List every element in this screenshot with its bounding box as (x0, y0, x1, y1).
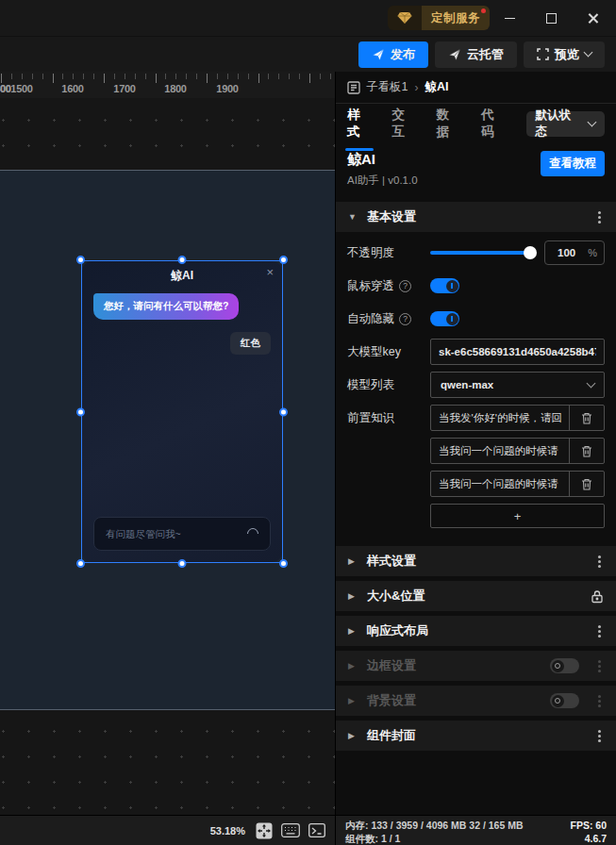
minimize-button[interactable] (501, 9, 518, 26)
selected-widget-frame[interactable]: 鲸AI × 您好，请问有什么可以帮您? 红色 (81, 260, 283, 563)
breadcrumb-current: 鲸AI (425, 79, 448, 95)
tab-code[interactable]: 代码 (481, 96, 506, 151)
triangle-expanded-icon: ▼ (348, 212, 358, 222)
toggle-knob (552, 695, 564, 707)
section-size-position[interactable]: ▶ 大小&位置 (336, 581, 616, 611)
background-toggle[interactable] (550, 693, 579, 708)
close-button[interactable] (584, 9, 601, 26)
triangle-collapsed-icon: ▶ (348, 626, 358, 636)
toggle-knob (446, 280, 458, 292)
border-toggle[interactable] (550, 658, 579, 673)
resize-handle-e[interactable] (279, 407, 288, 416)
knowledge-input[interactable] (431, 406, 569, 430)
knowledge-label: 前置知识 (347, 405, 430, 431)
llm-key-field (430, 339, 605, 365)
opacity-value[interactable]: 100 (545, 247, 588, 258)
opacity-label: 不透明度 (347, 245, 430, 261)
trash-icon[interactable] (569, 472, 604, 496)
paper-plane-icon (448, 48, 461, 61)
kebab-menu-icon[interactable] (598, 560, 601, 563)
version-label: 4.6.7 (585, 833, 607, 845)
resize-handle-s[interactable] (178, 559, 187, 568)
section-title: 边框设置 (367, 657, 541, 674)
auto-hide-row: 自动隐藏 ? (347, 306, 605, 332)
tab-data[interactable]: 数据 (437, 96, 461, 151)
view-tutorial-button[interactable]: 查看教程 (541, 151, 605, 176)
knowledge-field (430, 405, 605, 431)
opacity-slider[interactable] (430, 251, 535, 255)
custom-service-label: 定制服务 (431, 10, 480, 26)
model-select-value: qwen-max (441, 379, 493, 390)
title-bar: 定制服务 (0, 0, 616, 36)
lock-icon[interactable] (591, 589, 604, 604)
add-knowledge-button[interactable]: + (430, 504, 605, 528)
ruler-label: 1500 (10, 83, 32, 94)
section-title: 组件封面 (367, 727, 589, 744)
canvas-area[interactable]: 1300 1400 1500 1600 1700 1800 1900 鲸AI ×… (0, 72, 335, 815)
kebab-menu-icon[interactable] (598, 216, 601, 219)
tab-interaction[interactable]: 交互 (391, 96, 416, 151)
fps-stat: FPS: 60 (570, 820, 607, 832)
notification-dot (481, 8, 486, 13)
section-background-settings[interactable]: ▶ 背景设置 (336, 686, 616, 716)
chat-user-bubble: 红色 (230, 332, 271, 355)
toolbar: 发布 云托管 预览 (0, 36, 616, 72)
section-title: 基本设置 (367, 208, 589, 225)
model-select[interactable]: qwen-max (430, 372, 605, 398)
preview-label: 预览 (555, 46, 579, 63)
ruler-label: 1400 (0, 83, 11, 94)
custom-service-badge[interactable]: 定制服务 (388, 6, 490, 30)
section-style-settings[interactable]: ▶ 样式设置 (336, 546, 616, 576)
breadcrumb-parent[interactable]: 子看板1 (366, 79, 408, 95)
kebab-menu-icon[interactable] (598, 630, 601, 633)
opacity-slider-thumb[interactable] (524, 246, 537, 259)
resize-handle-ne[interactable] (279, 256, 288, 264)
mouse-through-toggle[interactable] (430, 278, 459, 293)
auto-hide-toggle[interactable] (430, 311, 459, 326)
preview-button[interactable]: 预览 (524, 41, 605, 68)
widget-close-icon[interactable]: × (266, 265, 274, 279)
opacity-value-box[interactable]: 100 % (544, 240, 605, 265)
cloud-hosting-button[interactable]: 云托管 (435, 41, 517, 68)
resize-handle-n[interactable] (178, 256, 187, 264)
resize-handle-se[interactable] (279, 559, 288, 568)
help-icon[interactable]: ? (399, 280, 411, 292)
chat-input-box[interactable] (93, 517, 271, 551)
section-border-settings[interactable]: ▶ 边框设置 (336, 651, 616, 681)
zoom-level[interactable]: 53.18% (210, 825, 245, 837)
llm-key-input[interactable] (431, 340, 604, 364)
component-header: 鲸AI AI助手 | v0.1.0 查看教程 (336, 143, 616, 197)
section-component-cover[interactable]: ▶ 组件封面 (336, 721, 616, 751)
basic-settings-body: 不透明度 100 % 鼠标穿透 ? 自动隐藏 ? (336, 232, 616, 541)
section-basic-settings[interactable]: ▼ 基本设置 (336, 202, 616, 232)
resize-handle-w[interactable] (76, 407, 85, 416)
llm-key-row: 大模型key (347, 339, 605, 365)
status-bar: 53.18% 内存: 133 / 3959 / 4096 MB 32 / 165… (0, 815, 616, 845)
kebab-menu-icon[interactable] (598, 735, 601, 737)
publish-button[interactable]: 发布 (358, 41, 428, 68)
window-controls (501, 9, 601, 26)
terminal-console-icon[interactable] (308, 821, 326, 840)
chevron-down-icon (587, 378, 596, 388)
trash-icon[interactable] (569, 439, 604, 463)
knowledge-input[interactable] (431, 439, 569, 463)
help-icon[interactable]: ? (399, 313, 411, 325)
resize-handle-sw[interactable] (76, 559, 85, 568)
chat-input[interactable] (106, 528, 247, 539)
kebab-menu-icon[interactable] (598, 700, 601, 703)
section-responsive-layout[interactable]: ▶ 响应式布局 (336, 616, 616, 646)
trash-icon[interactable] (569, 406, 604, 430)
auto-hide-label: 自动隐藏 (347, 311, 394, 327)
state-dropdown[interactable]: 默认状态 (526, 111, 606, 137)
resize-handle-nw[interactable] (76, 256, 85, 264)
llm-key-label: 大模型key (347, 344, 430, 360)
tab-style[interactable]: 样式 (347, 96, 372, 151)
keyboard-shortcuts-icon[interactable] (281, 821, 300, 840)
knowledge-input[interactable] (431, 472, 569, 496)
fit-screen-icon[interactable] (255, 821, 274, 840)
kebab-menu-icon[interactable] (598, 665, 601, 668)
mouse-through-label: 鼠标穿透 (347, 278, 394, 294)
whale-ai-widget[interactable]: 鲸AI × 您好，请问有什么可以帮您? 红色 (82, 261, 282, 562)
maximize-button[interactable] (542, 9, 559, 26)
state-dropdown-value: 默认状态 (536, 108, 582, 140)
